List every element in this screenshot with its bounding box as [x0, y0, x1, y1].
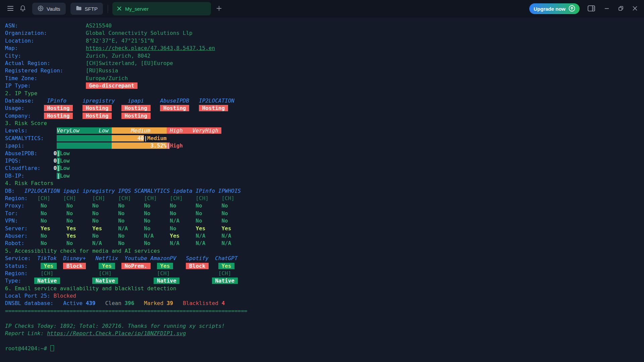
terminal-text — [28, 270, 41, 277]
terminal-text — [173, 300, 183, 306]
terminal-text: Yes — [92, 225, 102, 232]
terminal-text: Server: — [5, 225, 28, 232]
notifications-button[interactable] — [18, 3, 28, 14]
titlebar-left: Vaults SFTP My_server — [5, 2, 224, 15]
close-button[interactable] — [631, 5, 639, 13]
terminal-text — [47, 218, 66, 224]
upgrade-arrow-icon — [569, 5, 575, 13]
terminal-text — [63, 67, 86, 74]
terminal-text — [54, 300, 63, 306]
terminal-text: Proxy: — [5, 202, 24, 209]
terminal-text — [18, 22, 86, 29]
terminal-text — [150, 210, 170, 217]
terminal-text — [24, 105, 44, 111]
terminal-text — [202, 218, 222, 224]
terminal-text — [170, 270, 218, 277]
terminal-text — [66, 98, 83, 104]
terminal-text — [131, 195, 144, 201]
terminal-text — [154, 233, 170, 239]
upgrade-now-button[interactable]: Upgrade now — [529, 3, 580, 14]
terminal-text: Hosting — [160, 105, 189, 111]
terminal-text: Yes — [41, 263, 57, 269]
restore-button[interactable] — [617, 5, 625, 13]
terminal-text: No — [144, 202, 150, 209]
terminal-text: Native — [212, 278, 238, 284]
terminal-text — [99, 210, 118, 217]
vaults-button[interactable]: Vaults — [32, 3, 66, 15]
sftp-button[interactable]: SFTP — [70, 3, 103, 15]
terminal-text: N/A — [92, 240, 102, 246]
terminal-text — [176, 210, 196, 217]
terminal-text — [44, 135, 57, 141]
terminal-text — [151, 105, 160, 111]
terminal-text: [CH] — [37, 195, 50, 201]
terminal-text — [24, 202, 41, 209]
terminal-text: No — [144, 218, 150, 224]
terminal-text — [205, 225, 221, 232]
terminal-text — [209, 263, 218, 269]
terminal-text — [57, 255, 63, 261]
terminal-text: No — [92, 233, 99, 239]
terminal-text — [179, 218, 196, 224]
toggle-sidebar-button[interactable] — [586, 4, 596, 14]
terminal-line: Service: TikTok Disney+ Netflix Youtube … — [5, 255, 644, 262]
terminal-text — [176, 225, 196, 232]
terminal-text: Levels: — [5, 127, 28, 134]
menu-button[interactable] — [5, 4, 15, 14]
terminal-text — [50, 60, 86, 66]
terminal-text — [47, 202, 66, 209]
terminal-text: Block — [63, 263, 86, 269]
terminal-text: 8°32'37"E, 47°21'51"N — [86, 38, 154, 44]
terminal-text: N/A — [221, 233, 231, 239]
terminal-text — [18, 210, 41, 217]
terminal-text: High — [170, 142, 183, 149]
terminal-text — [50, 293, 54, 299]
terminal-text — [86, 255, 96, 261]
terminal-output[interactable]: ASN: AS215540Organization: Global Connec… — [0, 17, 644, 352]
terminal-text — [73, 202, 92, 209]
terminal-text: Native — [34, 278, 60, 284]
terminal-text — [115, 98, 128, 104]
titlebar-right: Upgrade now — [529, 3, 639, 14]
terminal-text: ========================================… — [5, 308, 247, 314]
tab-my-server[interactable]: My_server — [112, 2, 211, 15]
terminal-line: ipapi: 3.52%|High — [5, 142, 644, 149]
terminal-text: IP2LOCATION — [199, 98, 234, 104]
terminal-text: No — [196, 210, 202, 217]
terminal-text: ChatGPT — [215, 255, 237, 261]
terminal-text: Local Port 25: — [5, 293, 50, 299]
terminal-text — [202, 202, 222, 209]
terminal-line: ========================================… — [5, 307, 644, 315]
terminal-line: root@44204:~# — [5, 345, 644, 352]
terminal-text: N/A — [170, 240, 179, 246]
terminal-text: No — [221, 210, 228, 217]
terminal-text: No — [41, 210, 47, 217]
terminal-text: DNSBL database: — [5, 300, 54, 306]
terminal-text — [86, 263, 99, 269]
minimize-button[interactable] — [603, 5, 610, 13]
terminal-text: Company: — [5, 113, 31, 119]
terminal-text: Global Connectivity Solutions Llp — [86, 30, 193, 36]
terminal-line: Actual Region: [CH]Switzerland, [EU]Euro… — [5, 60, 644, 67]
terminal-line: ASN: AS215540 — [5, 22, 644, 29]
terminal-text: Netflix — [96, 255, 118, 261]
terminal-text: Yes — [170, 233, 179, 239]
terminal-text: Hosting — [121, 105, 151, 111]
terminal-text — [76, 233, 92, 239]
tab-close-icon[interactable] — [117, 6, 121, 12]
terminal-text — [209, 255, 215, 261]
terminal-line: AbuseIPDB: 0|Low — [5, 150, 644, 157]
terminal-text: No — [221, 218, 228, 224]
terminal-text — [176, 255, 186, 261]
terminal-text: N/A — [170, 218, 179, 224]
terminal-text: SCAMALYTICS: — [5, 135, 44, 141]
terminal-text — [151, 225, 170, 232]
terminal-text: 6. Email service availability and blackl… — [5, 285, 176, 292]
map-link[interactable]: https://check.place/47.3643,8.5437,15,en — [86, 45, 215, 51]
terminal-text: Robot: — [5, 240, 24, 246]
terminal-text — [183, 195, 196, 201]
terminal-line: Organization: Global Connectivity Soluti… — [5, 29, 644, 37]
new-tab-button[interactable] — [214, 4, 224, 14]
terminal-text: No — [144, 225, 150, 232]
report-link[interactable]: https://Report.Check.Place/ip/1BNZFDIP1.… — [47, 330, 186, 337]
